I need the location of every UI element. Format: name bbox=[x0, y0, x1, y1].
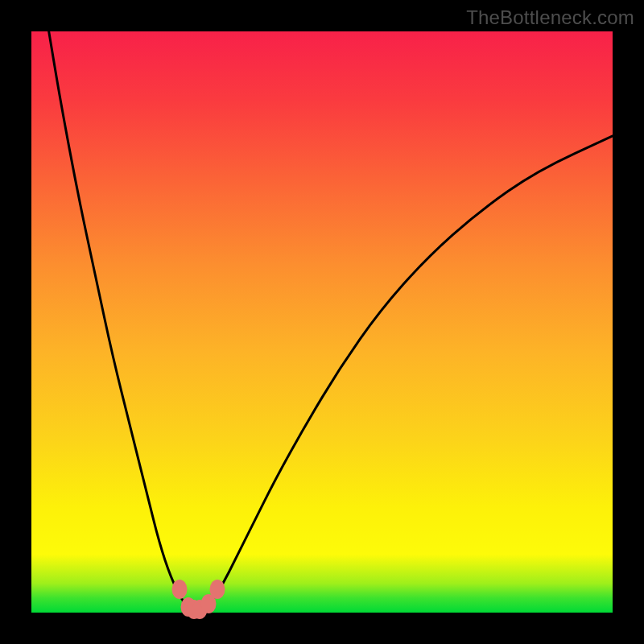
marker-group bbox=[31, 31, 613, 613]
watermark-text: TheBottleneck.com bbox=[466, 6, 634, 29]
data-marker bbox=[172, 580, 188, 599]
data-marker bbox=[210, 580, 225, 599]
